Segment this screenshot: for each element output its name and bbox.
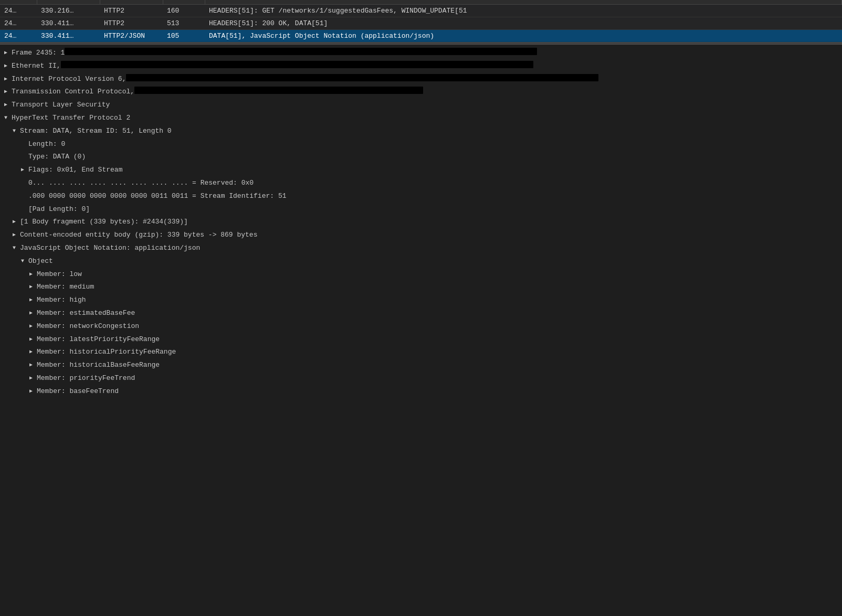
detail-row[interactable]: ▶ Flags: 0x01, End Stream — [0, 164, 842, 177]
detail-row[interactable]: ▶ Transmission Control Protocol, — [0, 86, 842, 99]
detail-label: Length: 0 — [28, 139, 65, 150]
expand-icon: ▶ — [4, 48, 12, 57]
cell-protocol: HTTP2/JSON — [100, 30, 163, 43]
redacted-block — [65, 48, 537, 55]
detail-label: HyperText Transfer Protocol 2 — [12, 113, 130, 124]
detail-row[interactable]: Type: DATA (0) — [0, 151, 842, 164]
expand-icon: ▶ — [21, 165, 28, 174]
detail-label: Member: historicalBaseFeeRange — [37, 360, 160, 371]
detail-row[interactable]: Length: 0 — [0, 138, 842, 151]
table-row[interactable]: 24…330.216…HTTP2160HEADERS[51]: GET /net… — [0, 5, 842, 17]
table-row[interactable]: 24…330.411…HTTP2/JSON105DATA[51], JavaSc… — [0, 30, 842, 43]
cell-no: 24… — [0, 17, 37, 30]
detail-row[interactable]: ▼ JavaScript Object Notation: applicatio… — [0, 242, 842, 255]
packet-list-panel: 24…330.216…HTTP2160HEADERS[51]: GET /net… — [0, 0, 842, 43]
detail-row[interactable]: [Pad Length: 0] — [0, 203, 842, 216]
detail-row[interactable]: ▶ Member: low — [0, 268, 842, 281]
expand-icon: ▶ — [29, 347, 37, 356]
packet-table: 24…330.216…HTTP2160HEADERS[51]: GET /net… — [0, 0, 842, 43]
col-header-no — [0, 0, 37, 5]
expand-icon: ▶ — [29, 295, 37, 304]
cell-info: DATA[51], JavaScript Object Notation (ap… — [205, 30, 842, 43]
detail-label: Member: estimatedBaseFee — [37, 308, 135, 319]
detail-label: Frame 2435: 1 — [12, 48, 65, 59]
detail-label: 0... .... .... .... .... .... .... .... … — [28, 178, 254, 189]
expand-icon: ▶ — [29, 282, 37, 291]
cell-no: 24… — [0, 5, 37, 17]
detail-row[interactable]: ▶ Member: high — [0, 294, 842, 307]
detail-label: Type: DATA (0) — [28, 152, 86, 163]
detail-label: Transport Layer Security — [12, 100, 110, 111]
expand-icon: ▶ — [4, 87, 12, 96]
expand-icon: ▶ — [4, 74, 12, 83]
detail-label: Member: medium — [37, 282, 94, 293]
detail-label: .000 0000 0000 0000 0000 0000 0011 0011 … — [28, 191, 286, 202]
detail-row[interactable]: ▶ [1 Body fragment (339 bytes): #2434(33… — [0, 216, 842, 229]
redacted-block — [61, 61, 533, 68]
detail-label: Object — [28, 256, 53, 267]
detail-row[interactable]: ▶ Member: medium — [0, 281, 842, 294]
detail-row[interactable]: ▶ Member: priorityFeeTrend — [0, 372, 842, 385]
expand-icon: ▼ — [21, 256, 28, 265]
expand-icon: ▼ — [13, 243, 20, 252]
expand-icon: ▼ — [4, 113, 12, 122]
detail-panel: ▶ Frame 2435: 1 ▶ Ethernet II, ▶ Interne… — [0, 45, 842, 400]
col-header-protocol — [100, 0, 163, 5]
expand-icon — [21, 204, 28, 205]
cell-time: 330.216… — [37, 5, 100, 17]
detail-label: Flags: 0x01, End Stream — [28, 165, 122, 176]
expand-icon: ▶ — [29, 373, 37, 383]
expand-icon: ▶ — [29, 321, 37, 331]
detail-row[interactable]: ▶ Member: networkCongestion — [0, 320, 842, 333]
detail-row[interactable]: ▶ Member: historicalBaseFeeRange — [0, 359, 842, 372]
detail-label: Member: low — [37, 269, 82, 280]
detail-label: Member: historicalPriorityFeeRange — [37, 347, 176, 358]
expand-icon — [21, 139, 28, 140]
expand-icon: ▶ — [29, 334, 37, 344]
detail-label: Content-encoded entity body (gzip): 339 … — [20, 230, 257, 241]
detail-label: Transmission Control Protocol, — [12, 87, 134, 98]
expand-icon: ▶ — [4, 100, 12, 109]
detail-row[interactable]: ▶ Ethernet II, — [0, 60, 842, 73]
detail-row[interactable]: .000 0000 0000 0000 0000 0000 0011 0011 … — [0, 190, 842, 203]
expand-icon: ▶ — [29, 308, 37, 317]
cell-protocol: HTTP2 — [100, 5, 163, 17]
detail-label: Member: latestPriorityFeeRange — [37, 334, 160, 345]
cell-info: HEADERS[51]: 200 OK, DATA[51] — [205, 17, 842, 30]
expand-icon: ▶ — [13, 230, 20, 239]
detail-label: Member: priorityFeeTrend — [37, 373, 135, 384]
detail-row[interactable]: ▼ Object — [0, 255, 842, 268]
detail-label: Internet Protocol Version 6, — [12, 74, 126, 85]
detail-row[interactable]: ▶ Transport Layer Security — [0, 99, 842, 112]
expand-icon: ▶ — [29, 386, 37, 396]
detail-label: Member: high — [37, 295, 86, 306]
detail-label: Member: baseFeeTrend — [37, 386, 119, 397]
detail-row[interactable]: ▶ Member: historicalPriorityFeeRange — [0, 346, 842, 359]
table-header-row — [0, 0, 842, 5]
detail-row[interactable]: ▶ Member: estimatedBaseFee — [0, 307, 842, 320]
detail-label: Stream: DATA, Stream ID: 51, Length 0 — [20, 126, 172, 137]
detail-label: Member: networkCongestion — [37, 321, 139, 332]
detail-row[interactable]: 0... .... .... .... .... .... .... .... … — [0, 177, 842, 190]
detail-row[interactable]: ▶ Member: baseFeeTrend — [0, 385, 842, 398]
detail-row[interactable]: ▶ Member: latestPriorityFeeRange — [0, 333, 842, 346]
expand-icon — [21, 191, 28, 192]
cell-info: HEADERS[51]: GET /networks/1/suggestedGa… — [205, 5, 842, 17]
expand-icon: ▶ — [13, 217, 20, 226]
detail-label: [1 Body fragment (339 bytes): #2434(339)… — [20, 217, 188, 228]
expand-icon: ▶ — [4, 61, 12, 70]
detail-row[interactable]: ▶ Frame 2435: 1 — [0, 47, 842, 60]
expand-icon: ▶ — [29, 360, 37, 369]
detail-row[interactable]: ▶ Content-encoded entity body (gzip): 33… — [0, 229, 842, 242]
detail-row[interactable]: ▼ Stream: DATA, Stream ID: 51, Length 0 — [0, 125, 842, 138]
cell-length: 513 — [163, 17, 205, 30]
cell-time: 330.411… — [37, 17, 100, 30]
col-header-length — [163, 0, 205, 5]
detail-row[interactable]: ▼ HyperText Transfer Protocol 2 — [0, 112, 842, 125]
expand-icon — [21, 178, 28, 179]
cell-length: 105 — [163, 30, 205, 43]
detail-row[interactable]: ▶ Internet Protocol Version 6, — [0, 73, 842, 86]
table-row[interactable]: 24…330.411…HTTP2513HEADERS[51]: 200 OK, … — [0, 17, 842, 30]
cell-time: 330.411… — [37, 30, 100, 43]
cell-length: 160 — [163, 5, 205, 17]
